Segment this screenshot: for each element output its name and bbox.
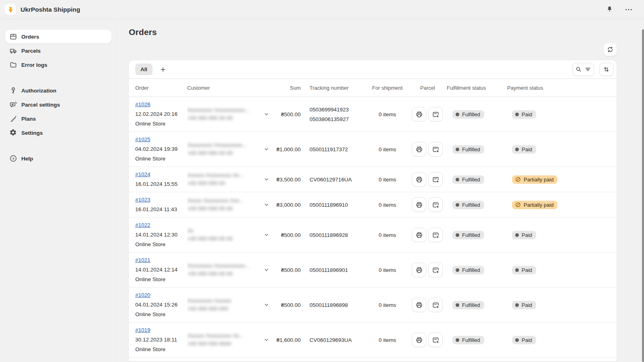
order-sum: ₴500.00	[276, 232, 304, 238]
more-actions-button[interactable]	[624, 5, 634, 14]
sidebar-item-settings[interactable]: Settings	[5, 126, 111, 140]
print-label-button[interactable]	[412, 263, 426, 277]
vertical-scrollbar[interactable]	[642, 29, 644, 362]
pin-app-button[interactable]	[605, 5, 614, 14]
status-dot-icon	[456, 303, 459, 307]
order-date: 04.02.2024 19:39	[135, 144, 187, 154]
expand-customer-button[interactable]	[263, 336, 270, 343]
create-parcel-button[interactable]	[428, 107, 443, 121]
tracking-numbers: 0500111896910	[304, 202, 366, 208]
chevron-down-icon	[264, 337, 269, 343]
chevron-down-icon	[264, 202, 269, 208]
sidebar-item-error-logs[interactable]: Error logs	[5, 58, 111, 72]
order-link[interactable]: #1021	[135, 257, 151, 263]
tab-all[interactable]: All	[135, 64, 153, 75]
create-parcel-button[interactable]	[428, 298, 443, 312]
order-link[interactable]: #1020	[135, 292, 151, 298]
expand-customer-button[interactable]	[263, 176, 270, 183]
gear-icon	[9, 129, 17, 137]
customer-info: Xxxxxxxxx Xxxxxxxxxxx... +00 000 000 00 …	[187, 262, 261, 278]
order-link[interactable]: #1026	[135, 101, 151, 107]
sidebar-item-parcel-settings[interactable]: Parcel settings	[5, 98, 111, 111]
for-shipment-count: 0 items	[366, 146, 409, 152]
expand-customer-button[interactable]	[263, 231, 270, 239]
add-view-button[interactable]	[158, 65, 168, 74]
sync-icon	[607, 46, 614, 53]
table-row[interactable]: #1019 30.12.2023 18:11 Online Store Xxxx…	[129, 323, 617, 358]
order-link[interactable]: #1019	[135, 327, 151, 333]
create-parcel-button[interactable]	[428, 228, 443, 242]
table-row[interactable]: #1022 14.01.2024 12:30 Online Store Xx +…	[129, 218, 617, 253]
sidebar-item-plans[interactable]: Plans	[5, 112, 111, 125]
column-header-payment-status[interactable]: Payment status	[507, 85, 617, 91]
sidebar-item-help[interactable]: ? Help	[5, 152, 111, 165]
printer-icon	[415, 231, 423, 239]
truck-icon	[9, 47, 17, 55]
fulfillment-status-badge: Fulfilled	[452, 110, 484, 119]
column-header-parcel[interactable]: Parcel	[409, 85, 447, 91]
sidebar-item-orders[interactable]: Orders	[5, 30, 111, 43]
refresh-button[interactable]	[604, 43, 617, 56]
chevron-down-icon	[264, 267, 269, 273]
customer-phone-blurred: +00 000 000 00	[187, 179, 261, 187]
customer-name-blurred: Xx	[187, 227, 261, 235]
sort-button[interactable]	[599, 63, 613, 76]
table-body: #1026 12.02.2024 20:16 Online Store Xxxx…	[129, 97, 617, 358]
print-label-button[interactable]	[412, 197, 426, 212]
print-label-button[interactable]	[412, 333, 426, 347]
tracking-number: 0500111896910	[310, 202, 366, 208]
expand-customer-button[interactable]	[263, 146, 270, 153]
expand-customer-button[interactable]	[263, 201, 270, 208]
expand-customer-button[interactable]	[263, 301, 270, 309]
customer-info: Xxxxx Xxxxxxxxx Xxx... +00 000 000 00 00	[187, 197, 261, 213]
table-row[interactable]: #1024 16.01.2024 15:55 Xxxxxx Xxxxxxxxx …	[129, 167, 617, 192]
fulfillment-status-label: Fulfilled	[462, 111, 480, 117]
customer-name-blurred: Xxxxxx Xxxxxxxxx Xx...	[187, 171, 261, 179]
label-plus-icon	[432, 301, 440, 309]
table-row[interactable]: #1023 16.01.2024 11:43 Xxxxx Xxxxxxxxx X…	[129, 192, 617, 218]
column-header-sum[interactable]: Sum	[276, 85, 304, 91]
tracking-numbers: 0500111917372	[304, 146, 366, 152]
expand-customer-button[interactable]	[263, 111, 270, 118]
order-link[interactable]: #1023	[135, 197, 151, 203]
table-row[interactable]: #1025 04.02.2024 19:39 Online Store Xxxx…	[129, 132, 617, 167]
sidebar-item-parcels[interactable]: Parcels	[5, 44, 111, 58]
column-header-for-shipment[interactable]: For shipment	[366, 85, 409, 91]
order-link[interactable]: #1024	[135, 171, 151, 177]
status-dot-icon	[515, 338, 519, 342]
create-parcel-button[interactable]	[428, 142, 443, 156]
column-header-fulfillment-status[interactable]: Fulfillment status	[447, 85, 507, 91]
expand-customer-button[interactable]	[263, 266, 270, 274]
fulfillment-status-badge: Fulfilled	[452, 266, 484, 274]
payment-status-badge: Partially paid	[512, 175, 557, 184]
create-parcel-button[interactable]	[428, 333, 443, 347]
print-label-button[interactable]	[412, 298, 426, 312]
print-label-button[interactable]	[412, 172, 426, 187]
column-header-tracking[interactable]: Tracking number	[304, 85, 366, 91]
payment-status-badge: Paid	[512, 145, 536, 154]
column-header-order[interactable]: Order	[129, 85, 187, 91]
status-dot-icon	[515, 113, 519, 116]
chat-settings-icon	[9, 101, 17, 109]
create-parcel-button[interactable]	[428, 172, 443, 187]
order-date: 14.01.2024 12:30	[135, 230, 187, 240]
tracking-numbers: 0500111896898	[304, 302, 366, 308]
customer-phone-blurred: +00 000 000 00 00	[187, 149, 261, 157]
table-row[interactable]: #1026 12.02.2024 20:16 Online Store Xxxx…	[129, 97, 617, 132]
order-link[interactable]: #1025	[135, 136, 151, 142]
column-header-customer[interactable]: Customer	[187, 85, 276, 91]
customer-name-blurred: Xxxxx Xxxxxxxxx Xxx...	[187, 197, 261, 205]
sales-channel: Online Store	[135, 154, 187, 164]
search-and-filter-button[interactable]	[572, 63, 594, 76]
create-parcel-button[interactable]	[428, 197, 443, 212]
table-row[interactable]: #1021 14.01.2024 12:14 Online Store Xxxx…	[129, 253, 617, 288]
order-link[interactable]: #1022	[135, 222, 151, 228]
create-parcel-button[interactable]	[428, 263, 443, 277]
print-label-button[interactable]	[412, 107, 426, 121]
print-label-button[interactable]	[412, 142, 426, 156]
table-row[interactable]: #1020 04.01.2024 15:26 Online Store Xxxx…	[129, 288, 617, 323]
sidebar-item-authorization[interactable]: Authorization	[5, 84, 111, 97]
for-shipment-count: 0 items	[366, 337, 409, 343]
fulfillment-status-label: Fulfilled	[462, 302, 480, 308]
print-label-button[interactable]	[412, 228, 426, 242]
